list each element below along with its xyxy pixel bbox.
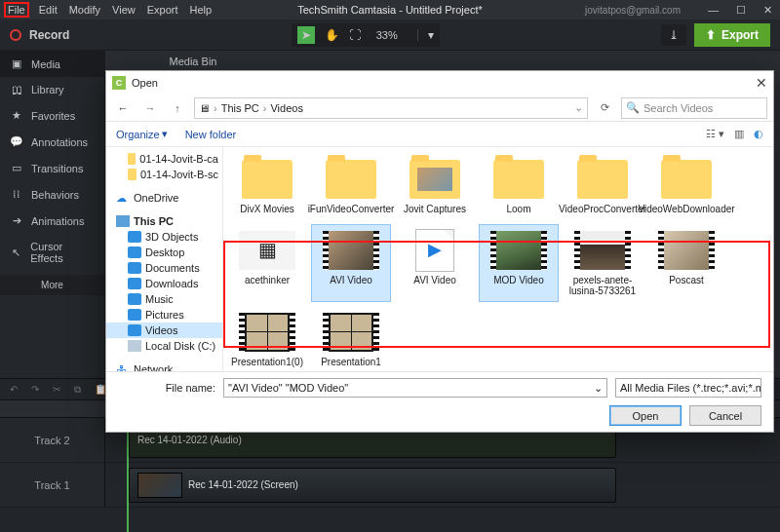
dialog-close-icon[interactable]: ✕	[756, 75, 767, 91]
cursor-tool-icon[interactable]: ➤	[297, 26, 315, 44]
crumb-dropdown-icon[interactable]: ⌄	[574, 101, 583, 114]
menu-view[interactable]: View	[112, 4, 136, 16]
search-icon: 🔍	[626, 101, 640, 114]
folder-divx[interactable]: DivX Movies	[227, 153, 307, 220]
file-avi-2[interactable]: ▶AVI Video	[395, 224, 475, 302]
open-button[interactable]: Open	[609, 405, 682, 426]
hand-tool-icon[interactable]: ✋	[325, 28, 339, 42]
menu-export[interactable]: Export	[147, 4, 178, 16]
maximize-icon[interactable]: ☐	[736, 4, 746, 17]
play-icon: ▶	[416, 230, 453, 271]
file-pexels[interactable]: pexels-anete-lusina-5733261	[563, 224, 643, 302]
close-icon[interactable]: ✕	[763, 4, 772, 17]
nav-transitions[interactable]: ▭Transitions	[0, 155, 104, 181]
file-poscast[interactable]: Poscast	[646, 224, 726, 302]
behaviors-icon: ⁞⁞	[10, 188, 23, 201]
folder-jovit[interactable]: Jovit Captures	[395, 153, 475, 220]
file-mod[interactable]: MOD Video	[479, 224, 559, 302]
tree-3dobjects[interactable]: 3D Objects	[106, 229, 222, 245]
dialog-footer: File name: "AVI Video" "MOD Video"⌄ All …	[106, 371, 773, 432]
file-presentation1-0[interactable]: Presentation1(0)	[227, 306, 307, 372]
zoom-dropdown-icon[interactable]: ▾	[428, 28, 434, 42]
up-icon[interactable]: ↑	[167, 97, 188, 119]
camtasia-logo-icon: C	[112, 76, 126, 90]
preview-pane-icon[interactable]: ▥	[734, 128, 744, 140]
tree-network[interactable]: 🖧Network	[106, 361, 222, 371]
crop-tool-icon[interactable]: ⛶	[349, 28, 361, 42]
view-options-icon[interactable]: ☷ ▾	[706, 128, 724, 140]
nav-favorites[interactable]: ★Favorites	[0, 102, 104, 129]
tree-desktop[interactable]: Desktop	[106, 245, 222, 260]
record-button[interactable]: Record	[29, 28, 69, 42]
pc-icon: 🖥	[199, 102, 210, 114]
share-button[interactable]: ⤓	[661, 24, 686, 46]
nav-annotations[interactable]: 💬Annotations	[0, 129, 104, 155]
folder-loom[interactable]: Loom	[479, 153, 559, 220]
address-bar: ← → ↑ 🖥› This PC› Videos ⌄ ⟳ 🔍Search Vid…	[106, 95, 773, 122]
track-2-header[interactable]: Track 2	[0, 418, 105, 462]
dialog-toolbar: Organize ▾ New folder ☷ ▾ ▥ ◐	[106, 122, 773, 147]
tree-folder-2[interactable]: 01-14-Jovit-B-sc	[106, 167, 222, 182]
new-folder-button[interactable]: New folder	[185, 129, 237, 140]
menu-help[interactable]: Help	[190, 4, 213, 16]
track-1-header[interactable]: Track 1	[0, 463, 105, 507]
media-icon: ▣	[10, 57, 23, 70]
back-icon[interactable]: ←	[112, 97, 134, 119]
folder-tree[interactable]: 01-14-Jovit-B-ca 01-14-Jovit-B-sc ☁OneDr…	[106, 147, 223, 371]
animations-icon: ➔	[10, 214, 23, 227]
file-presentation1[interactable]: Presentation1	[311, 306, 391, 372]
breadcrumb[interactable]: 🖥› This PC› Videos ⌄	[194, 97, 588, 119]
nav-behaviors[interactable]: ⁞⁞Behaviors	[0, 181, 104, 208]
cancel-button[interactable]: Cancel	[689, 405, 761, 426]
cut-icon[interactable]: ✂	[53, 384, 60, 395]
clip-video[interactable]: Rec 14-01-2022 (Screen)	[129, 468, 616, 503]
folder-videoproc[interactable]: VideoProcConverter	[563, 153, 643, 220]
pc-icon	[116, 215, 130, 227]
filename-input[interactable]: "AVI Video" "MOD Video"⌄	[223, 378, 607, 398]
tree-folder-1[interactable]: 01-14-Jovit-B-ca	[106, 151, 222, 167]
minimize-icon[interactable]: —	[708, 4, 719, 16]
tree-documents[interactable]: Documents	[106, 260, 222, 276]
tree-music[interactable]: Music	[106, 291, 222, 307]
file-acethinker[interactable]: ▦acethinker	[227, 224, 307, 302]
nav-library[interactable]: 🕮Library	[0, 77, 104, 102]
onedrive-icon: ☁	[116, 192, 130, 204]
crumb-pc[interactable]: This PC	[221, 102, 259, 114]
export-button[interactable]: ⬆Export	[694, 23, 770, 47]
tree-pictures[interactable]: Pictures	[106, 307, 222, 323]
track-1[interactable]: Track 1 Rec 14-01-2022 (Screen)	[0, 463, 780, 508]
export-icon: ⬆	[706, 28, 716, 42]
menu-file[interactable]: File	[4, 2, 29, 18]
crumb-videos[interactable]: Videos	[270, 102, 302, 114]
filetype-select[interactable]: All Media Files (*.trec;*.avi;*.mp⌄	[615, 378, 761, 398]
nav-cursor-effects[interactable]: ↖Cursor Effects	[0, 234, 104, 271]
menu-edit[interactable]: Edit	[39, 4, 58, 16]
organize-button[interactable]: Organize ▾	[116, 128, 168, 140]
media-bin-header: Media Bin	[105, 51, 281, 72]
redo-icon[interactable]: ↷	[31, 384, 39, 395]
forward-icon[interactable]: →	[139, 97, 161, 119]
chevron-down-icon[interactable]: ⌄	[594, 382, 603, 395]
tree-onedrive[interactable]: ☁OneDrive	[106, 190, 222, 206]
tree-localdisk[interactable]: Local Disk (C:)	[106, 338, 222, 354]
user-email: jovitatpos@gmail.com	[585, 5, 681, 16]
menu-modify[interactable]: Modify	[69, 4, 100, 16]
copy-icon[interactable]: ⧉	[74, 384, 81, 396]
window-controls: jovitatpos@gmail.com — ☐ ✕	[585, 0, 772, 19]
nav-media[interactable]: ▣Media	[0, 51, 104, 77]
folder-ifun[interactable]: iFunVideoConverter	[311, 153, 391, 220]
refresh-icon[interactable]: ⟳	[594, 97, 615, 119]
nav-animations[interactable]: ➔Animations	[0, 208, 104, 234]
folder-videoweb[interactable]: VideoWebDownloader	[646, 153, 726, 220]
nav-more[interactable]: More	[0, 275, 104, 295]
zoom-value[interactable]: 33%	[370, 29, 418, 41]
tree-thispc[interactable]: This PC	[106, 213, 222, 229]
file-avi-1[interactable]: AVI Video	[311, 224, 391, 302]
file-grid[interactable]: DivX Movies iFunVideoConverter Jovit Cap…	[223, 147, 773, 371]
tree-videos[interactable]: Videos	[106, 323, 222, 338]
undo-icon[interactable]: ↶	[10, 384, 18, 395]
search-input[interactable]: 🔍Search Videos	[621, 97, 767, 119]
filename-label: File name:	[118, 382, 215, 394]
tree-downloads[interactable]: Downloads	[106, 276, 222, 291]
help-icon[interactable]: ◐	[754, 128, 763, 140]
